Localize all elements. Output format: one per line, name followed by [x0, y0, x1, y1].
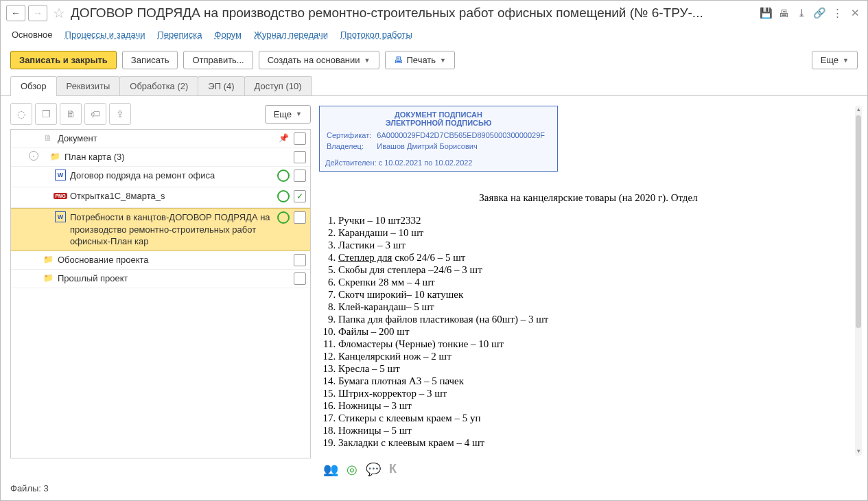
tree-expander-icon[interactable]: -	[29, 151, 38, 161]
tree-row-label: Договор подряда на ремонт офиса	[70, 170, 273, 182]
toolbar-upload-button[interactable]: ⇪	[109, 103, 131, 125]
tree-row-label: Потребности в канцтов-ДОГОВОР ПОДРЯДА на…	[70, 211, 273, 248]
more-button[interactable]: Еще▼	[812, 51, 858, 69]
document-preview: Заявка на канцелярские товары (на 2020 г…	[319, 192, 858, 458]
tree-row[interactable]: 📁Обоснование проекта	[11, 251, 310, 270]
files-count: Файлы: 3	[10, 483, 49, 493]
checkbox[interactable]	[294, 272, 306, 285]
checkbox[interactable]	[294, 211, 306, 224]
chat-icon[interactable]: 💬	[366, 462, 381, 477]
preview-item: Бумага плотная А3 – 5 пачек	[338, 375, 855, 387]
tree-row[interactable]: WПотребности в канцтов-ДОГОВОР ПОДРЯДА н…	[11, 208, 310, 251]
preview-item: Штрих-корректор – 3 шт	[338, 388, 855, 399]
stamp-cert-label: Сертификат:	[327, 131, 375, 141]
tab-2[interactable]: Обработка (2)	[119, 76, 198, 95]
signed-icon	[277, 211, 290, 226]
stamp-line2: ЭЛЕКТРОННОЙ ПОДПИСЬЮ	[325, 119, 552, 127]
preview-item: Закладки с клеевым краем – 4 шт	[338, 437, 855, 449]
printer-icon: 🖶	[394, 55, 403, 65]
nav-link-label: Переписка	[158, 30, 202, 40]
tree-row[interactable]: 🗎Документ📌	[11, 130, 310, 148]
kebab-icon[interactable]: ⋮	[830, 6, 844, 20]
preview-item: Ножницы – 5 шт	[338, 425, 855, 436]
tree-more-button[interactable]: Еще▼	[265, 105, 311, 124]
preview-item: Канцелярский нож – 2 шт	[338, 351, 855, 362]
nav-link-1[interactable]: Процессы и задачи	[65, 30, 145, 40]
scroll-thumb[interactable]	[856, 115, 861, 328]
tree-row[interactable]: WДоговор подряда на ремонт офиса	[11, 167, 310, 187]
folder-icon: 📁	[49, 151, 60, 162]
save-and-close-button[interactable]: Записать и закрыть	[10, 51, 117, 69]
checkbox[interactable]	[294, 254, 306, 266]
preview-item: Кресла – 5 шт	[338, 363, 855, 375]
toolbar-copy-button[interactable]: ❐	[35, 103, 57, 125]
k-icon[interactable]: К	[389, 462, 397, 477]
tab-3[interactable]: ЭП (4)	[198, 76, 244, 95]
document-icon: 🗎	[43, 132, 54, 143]
tree-row[interactable]: 📁Прошлый проект	[11, 270, 310, 288]
preview-item: Скотч широкий– 10 катушек	[338, 289, 855, 301]
preview-item: Карандаши – 10 шт	[338, 227, 855, 239]
tree-row-label: Обоснование проекта	[58, 254, 273, 266]
nav-link-2[interactable]: Переписка	[158, 30, 202, 40]
save-button[interactable]: Записать	[122, 51, 178, 69]
scroll-down-icon[interactable]: ▾	[856, 447, 861, 456]
checkbox[interactable]: ✓	[294, 190, 306, 202]
send-button[interactable]: Отправить...	[183, 51, 253, 69]
tab-1[interactable]: Реквизиты	[56, 76, 121, 95]
export-icon[interactable]: ⤓	[795, 6, 808, 20]
nav-link-label: Протокол работы	[340, 30, 412, 40]
nav-link-0[interactable]: Основное	[12, 30, 53, 40]
stamp-valid: Действителен: с 10.02.2021 по 10.02.2022	[325, 159, 552, 167]
word-doc-icon: W	[55, 170, 66, 180]
signed-icon	[277, 190, 290, 205]
scroll-up-icon[interactable]: ▴	[856, 106, 861, 114]
tab-0[interactable]: Обзор	[10, 76, 57, 95]
stamp-cert: 6A0000029FD42D7CB565ED890500030000029F	[377, 131, 549, 141]
approval-icon[interactable]: ◎	[347, 462, 357, 477]
stamp-owner: Ивашов Дмитрий Борисович	[377, 142, 549, 152]
print-icon[interactable]: 🖶	[777, 6, 790, 20]
png-icon: PNG	[55, 190, 66, 201]
forward-button[interactable]: →	[28, 5, 47, 21]
tree-row-label: Прошлый проект	[58, 272, 273, 285]
nav-link-5[interactable]: Протокол работы	[340, 30, 412, 40]
nav-link-3[interactable]: Форум	[215, 30, 242, 40]
toolbar-new-button[interactable]: 🗎	[60, 103, 82, 125]
preview-title: Заявка на канцелярские товары (на 2020 г…	[322, 192, 855, 204]
nav-link-label: Основное	[12, 30, 53, 40]
close-icon[interactable]: ✕	[848, 6, 862, 20]
toolbar-refresh-button[interactable]: ◌	[10, 103, 32, 125]
save-icon[interactable]: 💾	[759, 6, 773, 20]
tree-row[interactable]: -📁План карта (3)	[11, 148, 310, 167]
checkbox[interactable]	[294, 132, 306, 145]
preview-item: Ластики – 3 шт	[338, 240, 855, 251]
preview-item: Фломастеры (Черные) тонкие – 10 шт	[338, 338, 855, 350]
signature-stamp: ДОКУМЕНТ ПОДПИСАН ЭЛЕКТРОННОЙ ПОДПИСЬЮ С…	[319, 106, 558, 172]
tab-4[interactable]: Доступ (10)	[244, 76, 312, 95]
signed-icon	[277, 170, 290, 184]
preview-item: Файлы – 200 шт	[338, 326, 855, 338]
link-icon[interactable]: 🔗	[812, 6, 826, 20]
window-title: ДОГОВОР ПОДРЯДА на производство ремонтно…	[71, 5, 752, 21]
preview-scrollbar[interactable]: ▴ ▾	[855, 106, 862, 456]
checkbox[interactable]	[294, 170, 306, 182]
preview-item: Скрепки 28 мм – 4 шт	[338, 277, 855, 288]
checkbox[interactable]	[294, 151, 306, 163]
toolbar-tag-button[interactable]: 🏷	[84, 103, 106, 125]
users-icon[interactable]: 👥	[323, 462, 338, 477]
favorite-star-icon[interactable]: ☆	[53, 5, 65, 21]
tree-row-label: План карта (3)	[64, 151, 273, 163]
preview-item: Скобы для степлера –24/6 – 3 шт	[338, 264, 855, 276]
nav-link-4[interactable]: Журнал передачи	[254, 30, 328, 40]
tree-row-label: Открытка1С_8марта_s	[70, 190, 273, 202]
folder-icon: 📁	[43, 272, 54, 283]
create-based-on-button[interactable]: Создать на основании▼	[259, 51, 379, 69]
back-button[interactable]: ←	[6, 5, 25, 21]
preview-item: Степлер для скоб 24/6 – 5 шт	[338, 252, 855, 264]
caret-down-icon: ▼	[296, 110, 302, 117]
print-button[interactable]: 🖶Печать▼	[385, 51, 456, 69]
preview-item: Папка для файлов пластиковая (на 60шт) –…	[338, 314, 855, 325]
preview-item: Ножницы – 3 шт	[338, 400, 855, 412]
tree-row[interactable]: PNGОткрытка1С_8марта_s✓	[11, 187, 310, 208]
